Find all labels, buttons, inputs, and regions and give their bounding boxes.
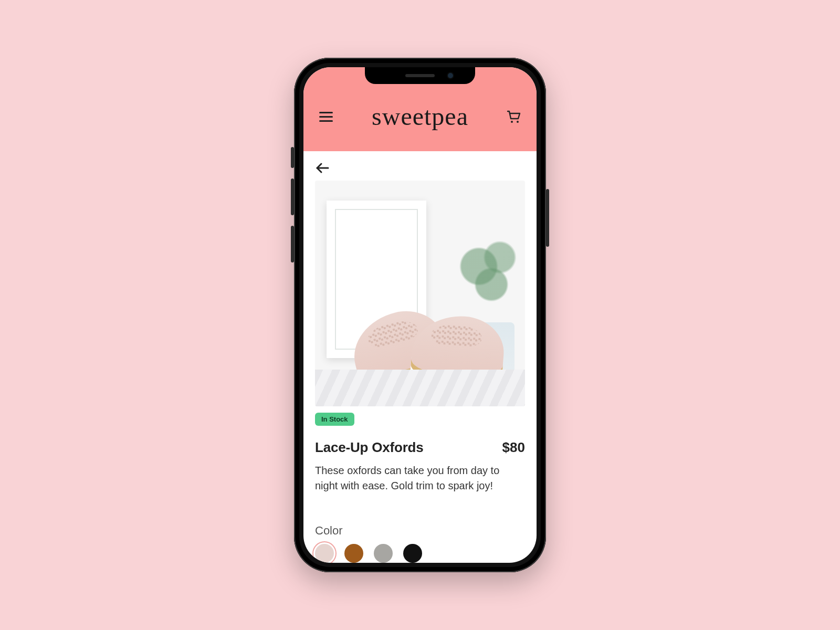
color-swatch-black[interactable] xyxy=(403,544,422,563)
phone-side-button xyxy=(546,189,549,247)
color-label: Color xyxy=(315,524,525,538)
product-page: In Stock Lace-Up Oxfords $80 These oxfor… xyxy=(303,151,537,563)
product-price: $80 xyxy=(502,439,525,456)
product-description: These oxfords can take you from day to n… xyxy=(315,463,525,494)
svg-rect-2 xyxy=(319,120,333,122)
product-title-row: Lace-Up Oxfords $80 xyxy=(315,439,525,456)
brand-logo[interactable]: sweetpea xyxy=(372,102,468,131)
phone-speaker xyxy=(405,74,435,77)
svg-rect-0 xyxy=(319,112,333,113)
product-title: Lace-Up Oxfords xyxy=(315,439,424,456)
back-button[interactable] xyxy=(315,161,330,175)
phone-side-button xyxy=(291,178,294,215)
cart-icon xyxy=(507,110,521,124)
cart-button[interactable] xyxy=(505,108,523,126)
phone-notch xyxy=(365,67,475,84)
arrow-left-icon xyxy=(316,162,329,174)
phone-screen: sweetpea xyxy=(303,67,537,563)
menu-button[interactable] xyxy=(317,108,335,126)
product-image[interactable] xyxy=(315,181,525,406)
color-section: Color xyxy=(315,524,525,563)
svg-point-4 xyxy=(517,121,519,123)
phone-camera xyxy=(448,73,453,78)
phone-side-button xyxy=(291,147,294,168)
svg-rect-1 xyxy=(319,116,333,118)
product-image-decor xyxy=(315,370,525,406)
color-swatch-blush[interactable] xyxy=(315,544,334,563)
phone-side-button xyxy=(291,226,294,262)
color-swatch-tan[interactable] xyxy=(344,544,363,563)
color-swatches xyxy=(315,544,525,563)
phone-frame: sweetpea xyxy=(294,58,546,572)
color-swatch-grey[interactable] xyxy=(374,544,393,563)
stock-badge: In Stock xyxy=(315,413,354,426)
menu-icon xyxy=(319,112,333,122)
svg-point-3 xyxy=(511,121,513,123)
